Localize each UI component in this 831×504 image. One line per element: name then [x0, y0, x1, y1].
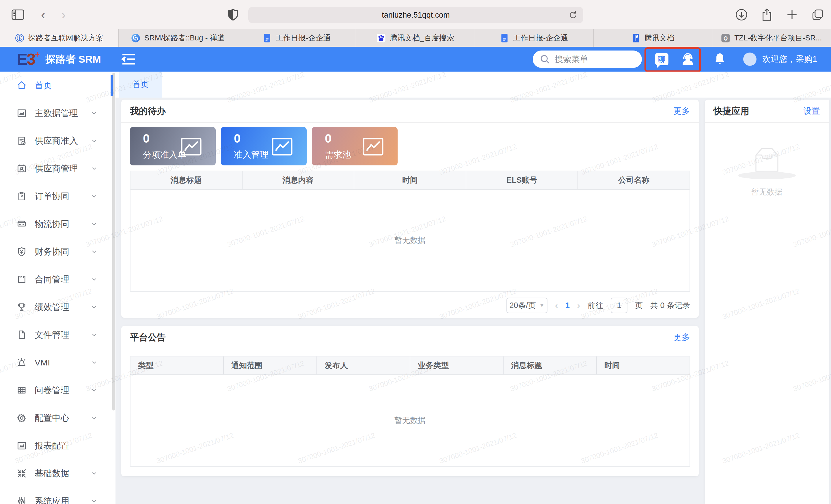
todo-more-link[interactable]: 更多 [674, 106, 690, 117]
total-records: 共 0 条记录 [650, 300, 690, 310]
clipboard-icon [17, 191, 27, 201]
browser-tab-0[interactable]: 探路者互联网解决方案 [0, 29, 119, 47]
column-header: 消息标题 [504, 356, 597, 375]
sidebar-item-home[interactable]: 首页 [0, 71, 115, 99]
sidebar-item-12[interactable]: 配置中心 [0, 404, 115, 432]
sidebar-item-label: 合同管理 [35, 274, 91, 286]
column-header: 公司名称 [578, 171, 689, 189]
goto-page-input[interactable]: 1 [611, 298, 627, 313]
chevron-down-icon [91, 304, 97, 310]
announcement-more-link[interactable]: 更多 [674, 332, 690, 343]
share-icon[interactable] [761, 8, 773, 21]
search-input[interactable] [555, 55, 627, 64]
menu-collapse-icon[interactable] [121, 53, 136, 65]
stat-label: 需求池 [325, 149, 351, 161]
sidebar-item-7[interactable]: 合同管理 [0, 266, 115, 293]
quick-apps-settings-link[interactable]: 设置 [803, 106, 820, 117]
browser-tab-title: 工作日报-企企通 [276, 33, 331, 43]
chevron-down-icon [91, 470, 97, 477]
sidebar-item-label: 文件管理 [35, 329, 91, 341]
sidebar-item-label: 供应商管理 [35, 163, 91, 175]
sidebar-toggle-icon[interactable] [11, 9, 24, 20]
address-bar[interactable]: tanluzhe.51qqt.com [248, 7, 583, 23]
browser-tab-title: 腾讯文档 [644, 33, 675, 43]
browser-tab-6[interactable]: QTZL-数字化平台项目-SR... [712, 29, 831, 47]
line-chart-icon [362, 138, 384, 156]
menu-search[interactable] [533, 51, 642, 68]
quick-apps-empty-text: 暂无数据 [705, 187, 829, 197]
chevron-down-icon [91, 498, 97, 504]
truck-icon [17, 219, 27, 229]
prev-page-button[interactable]: ‹ [555, 300, 558, 310]
active-indicator [111, 75, 113, 96]
browser-tab-title: 工作日报-企企通 [513, 33, 568, 43]
todo-empty-text: 暂无数据 [131, 189, 689, 291]
sidebar-item-9[interactable]: 文件管理 [0, 321, 115, 349]
page-size-select[interactable]: 20条/页▼ [507, 298, 547, 313]
tab-overview-icon[interactable] [811, 8, 824, 21]
column-header: ELS账号 [466, 171, 578, 189]
sidebar-item-label: 物流协同 [35, 218, 91, 230]
tdocs-favicon [631, 33, 640, 43]
sidebar-item-3[interactable]: 供应商管理 [0, 155, 115, 182]
bluedoc-favicon [262, 33, 272, 43]
sidebar-item-5[interactable]: 物流协同 [0, 210, 115, 238]
sidebar-item-4[interactable]: 订单协同 [0, 182, 115, 210]
shield-icon[interactable] [228, 9, 238, 21]
chevron-down-icon [91, 387, 97, 394]
customer-service-icon[interactable] [679, 47, 696, 71]
app-logo: E3+ [17, 51, 39, 67]
todo-table: 消息标题消息内容时间ELS账号公司名称 暂无数据 [130, 171, 690, 292]
new-tab-icon[interactable] [786, 9, 798, 21]
shieldyen-icon [17, 247, 27, 257]
notification-bell-icon[interactable] [713, 47, 727, 71]
sidebar-item-14[interactable]: 基础数据 [0, 459, 115, 487]
app-header: E3+ 探路者 SRM 聊 欢迎您，采购1 [0, 47, 831, 71]
chevron-down-icon [91, 415, 97, 421]
reload-icon[interactable] [568, 10, 578, 20]
sidebar-item-label: 报表配置 [35, 440, 115, 452]
avatar[interactable] [743, 47, 757, 71]
sidebar-item-11[interactable]: 问卷管理 [0, 377, 115, 404]
chevron-down-icon [91, 276, 97, 283]
sidebar-item-label: 系统应用 [35, 495, 91, 504]
chevron-down-icon [91, 359, 97, 366]
sidebar-item-13[interactable]: 报表配置 [0, 432, 115, 459]
file-icon [17, 330, 27, 340]
app-title: 探路者 SRM [45, 53, 101, 66]
announcement-card: 平台公告 更多 类型通知范围发布人业务类型消息标题时间 暂无数据 [121, 326, 699, 476]
chart-icon [17, 441, 27, 451]
stat-card-2[interactable]: 0 需求池 [312, 127, 398, 166]
stat-card-1[interactable]: 0 准入管理 [221, 127, 307, 166]
url-text: tanluzhe.51qqt.com [382, 11, 450, 20]
svg-text:Q: Q [724, 35, 728, 41]
gear-icon [17, 413, 27, 423]
downloads-icon[interactable] [735, 8, 748, 21]
browser-tab-2[interactable]: 工作日报-企企通 [237, 29, 356, 47]
chat-icon[interactable]: 聊 [653, 47, 670, 71]
next-page-button[interactable]: › [577, 300, 580, 310]
sidebar-item-2[interactable]: 供应商准入 [0, 127, 115, 155]
chevron-down-icon [91, 165, 97, 172]
browser-tab-4[interactable]: 工作日报-企企通 [475, 29, 594, 47]
stat-card-0[interactable]: 0 分项准入单 [130, 127, 216, 166]
sidebar-item-label: 订单协同 [35, 190, 91, 202]
back-button[interactable]: ‹ [41, 7, 45, 22]
sidebar-item-10[interactable]: VMI [0, 349, 115, 377]
sidebar-item-1[interactable]: 主数据管理 [0, 99, 115, 127]
sidebar-item-8[interactable]: 绩效管理 [0, 293, 115, 321]
sidebar-item-6[interactable]: 财务协同 [0, 238, 115, 266]
column-header: 时间 [597, 356, 689, 375]
sidebar-item-label: 主数据管理 [35, 108, 91, 119]
browser-tab-3[interactable]: 腾讯文档_百度搜索 [356, 29, 475, 47]
column-header: 时间 [354, 171, 466, 189]
forward-button[interactable]: › [61, 7, 66, 22]
sidebar-item-label: 供应商准入 [35, 135, 91, 147]
current-page[interactable]: 1 [565, 301, 570, 310]
sidebar-item-15[interactable]: 系统应用 [0, 487, 115, 504]
browser-tab-1[interactable]: SRM/探路者::Bug - 禅道 [119, 29, 237, 47]
page-unit-label: 页 [635, 300, 643, 310]
browser-toolbar: ‹ › tanluzhe.51qqt.com [0, 0, 831, 29]
browser-tab-5[interactable]: 腾讯文档 [594, 29, 712, 47]
tab-home[interactable]: 首页 [119, 71, 162, 97]
